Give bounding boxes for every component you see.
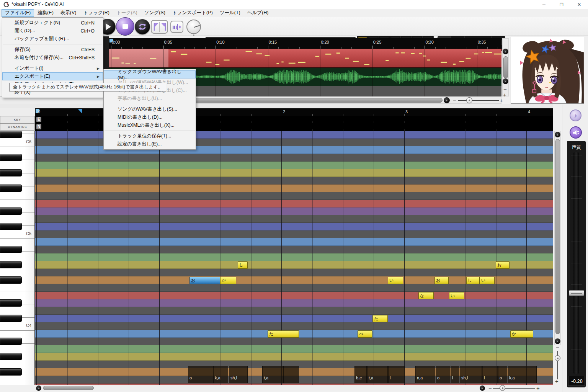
phoneme-block[interactable]: o [498, 366, 507, 383]
phoneme-block[interactable]: t,a [262, 366, 284, 383]
phoneme-block[interactable]: k,a [213, 366, 228, 383]
note[interactable]: お [434, 277, 449, 284]
export-menu-item[interactable]: MusicXMLの書き出し(X)... [104, 121, 196, 129]
key-marker[interactable]: E [36, 117, 41, 122]
tracks-zoom-slider[interactable] [458, 100, 499, 101]
tracks-zoom-handle[interactable] [466, 97, 472, 103]
note[interactable]: べ [358, 330, 372, 338]
menubar-item[interactable]: ツール(T) [216, 9, 244, 17]
piano-key-black[interactable] [0, 207, 22, 215]
menubar-item[interactable]: 表示(V) [57, 9, 80, 17]
tracks-zoom-out[interactable]: − [453, 99, 456, 103]
track-time-ruler[interactable]: 0:000:050:100:150:200:250:300:35 [109, 38, 501, 49]
menubar-item[interactable]: ソング(S) [141, 9, 169, 17]
menubar-item[interactable]: ヘルプ(H) [244, 9, 272, 17]
piano-key-black[interactable] [0, 169, 22, 176]
song-track[interactable] [109, 49, 501, 68]
note[interactable]: い [480, 277, 495, 284]
speaker-button[interactable] [570, 126, 582, 139]
phoneme-block[interactable]: k,a [508, 366, 537, 383]
pr-zoom-handle[interactable] [500, 385, 505, 391]
piano-key-black[interactable] [0, 338, 22, 345]
pr-vzoom-out[interactable]: − [556, 346, 559, 350]
phoneme-block[interactable]: sh,i [460, 366, 482, 383]
file-menu-item[interactable]: バックアップを開く(R)... [2, 35, 103, 43]
export-menu-item[interactable]: MIDIの書き出し(D)... [104, 113, 196, 121]
tracks-scroll-down[interactable]: ▾ [503, 78, 508, 84]
pianoroll-end-marker[interactable] [78, 109, 83, 114]
piano-key-black[interactable] [0, 185, 22, 192]
export-menu-item[interactable]: 設定の書き出し(E)... [104, 140, 196, 148]
export-menu-item[interactable]: ソングのWAV書き出し(S)... [104, 105, 196, 113]
file-menu-item[interactable]: インポート(I)▶ [2, 64, 103, 72]
note[interactable]: い [388, 277, 403, 284]
piano-key-black[interactable] [0, 276, 22, 284]
phoneme-block[interactable]: i [482, 366, 498, 383]
piano-key-black[interactable] [0, 131, 22, 138]
piano-key-black[interactable] [0, 368, 22, 376]
pr-hscrollbar-thumb[interactable] [43, 386, 94, 390]
pr-vscrollbar[interactable] [554, 131, 561, 345]
close-button[interactable]: ✕ [570, 0, 588, 9]
note[interactable]: か [510, 330, 533, 338]
phoneme-block[interactable] [284, 366, 299, 383]
note[interactable]: し [466, 277, 480, 284]
note[interactable]: な [418, 292, 434, 299]
piano-keyboard[interactable]: C6C5C4 [0, 131, 35, 385]
export-menu-item[interactable]: トラック単位の保存(T)... [104, 132, 196, 140]
phoneme-block[interactable]: t,a [367, 366, 388, 383]
pr-scroll-left[interactable]: ◂ [36, 385, 41, 391]
menubar-item[interactable]: トランスポート(P) [169, 9, 216, 17]
piano-key-black[interactable] [0, 223, 22, 230]
pr-vzoom-in[interactable]: + [555, 379, 559, 383]
pr-vzoom-handle[interactable] [555, 355, 560, 361]
phoneme-block[interactable]: b,e [354, 366, 367, 383]
file-menu-item[interactable]: 保存(S)Ctrl+S [2, 46, 103, 54]
file-menu-item[interactable]: 新規プロジェクト(N)Ctrl+N [2, 19, 103, 27]
menubar-item[interactable]: ファイル(F) [2, 9, 34, 17]
phoneme-block[interactable]: o [436, 366, 450, 383]
marker-button[interactable] [170, 21, 183, 33]
pr-zoom-out[interactable]: − [488, 386, 492, 390]
tracks-vzoom-in[interactable]: + [503, 93, 506, 97]
note[interactable]: い [449, 292, 464, 299]
tracks-scroll-button[interactable]: ▸ [444, 97, 450, 103]
note[interactable]: お [496, 261, 510, 269]
stop-button[interactable] [116, 17, 134, 36]
export-menu-item[interactable]: ミックスダウンWAV書き出し(M)... [104, 70, 196, 78]
note[interactable]: た [372, 315, 388, 322]
pr-vscrollbar-thumb[interactable] [555, 139, 560, 334]
song-mode-button[interactable]: ♪ [570, 109, 581, 121]
pr-scroll-up[interactable]: ▴ [555, 132, 560, 137]
pr-zoom-in[interactable]: + [536, 386, 540, 390]
file-menu-item[interactable]: 開く(O)...Ctrl+O [2, 27, 103, 35]
minimize-button[interactable]: ─ [535, 0, 553, 9]
note[interactable]: た [268, 330, 299, 338]
piano-key-black[interactable] [0, 299, 22, 307]
menubar-item[interactable]: 編集(E) [34, 9, 57, 17]
piano-key-black[interactable] [0, 154, 22, 161]
note[interactable]: お [189, 277, 220, 284]
voice-slider-handle[interactable] [569, 290, 584, 296]
export-menu-item[interactable]: 字幕の書き出し(U)... [104, 95, 196, 103]
pr-scroll-right[interactable]: ▸ [480, 385, 485, 391]
phoneme-block[interactable]: i [451, 366, 459, 383]
piano-key-black[interactable] [0, 261, 22, 268]
phoneme-block[interactable]: i [388, 366, 405, 383]
phoneme-block[interactable]: sh,i [229, 366, 248, 383]
piano-key-black[interactable] [0, 246, 22, 253]
file-menu-item[interactable]: エクスポート(E)▶ [2, 72, 103, 80]
note[interactable]: し [238, 261, 248, 269]
menubar-item[interactable]: トーク(A) [113, 9, 141, 17]
pr-scroll-down[interactable]: ▾ [555, 338, 560, 344]
tempo-dial[interactable] [186, 20, 201, 34]
note[interactable]: か [220, 277, 236, 284]
tracks-vscrollbar-thumb[interactable] [503, 56, 508, 78]
piano-key-black[interactable] [0, 315, 22, 322]
menubar-item[interactable]: トラック(R) [80, 9, 113, 17]
pianoroll-hscrollbar[interactable] [35, 385, 553, 391]
phoneme-block[interactable]: o [188, 366, 213, 383]
file-menu-item[interactable]: 名前を付けて保存(A)...Ctrl+Shift+S [2, 54, 103, 62]
dynamics-marker[interactable]: N [36, 124, 41, 129]
tracks-zoom-in[interactable]: + [500, 99, 503, 103]
